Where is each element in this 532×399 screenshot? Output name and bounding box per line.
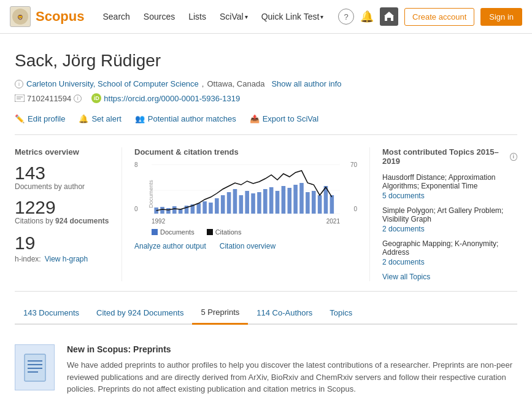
y-max-right: 70 xyxy=(350,161,357,168)
preprints-section: New in Scopus: Preprints We have added p… xyxy=(15,337,517,399)
chart-svg xyxy=(152,161,340,217)
author-id-number: 7102411594 xyxy=(27,94,71,103)
analyze-output-link[interactable]: Analyze author output xyxy=(134,242,206,250)
logo-text[interactable]: Scopus xyxy=(36,9,84,25)
institution-icon[interactable] xyxy=(380,7,398,26)
svg-rect-40 xyxy=(330,195,334,214)
svg-rect-30 xyxy=(269,187,274,214)
export-scival-button[interactable]: 📤 Export to SciVal xyxy=(250,114,319,123)
edit-profile-button[interactable]: ✏️ Edit profile xyxy=(15,114,65,123)
svg-rect-26 xyxy=(245,191,249,214)
nav-lists[interactable]: Lists xyxy=(188,12,206,21)
svg-rect-33 xyxy=(287,188,291,214)
people-icon: 👥 xyxy=(135,114,145,123)
view-h-graph-link[interactable]: View h-graph xyxy=(45,255,88,263)
chart-wrapper: 8 0 Documents 70 0 xyxy=(134,161,357,226)
preprints-para1: We have added preprints to author profil… xyxy=(67,359,517,395)
svg-rect-24 xyxy=(233,189,237,214)
view-all-topics-link[interactable]: View all Topics xyxy=(382,273,517,281)
logo-icon[interactable]: 🦁 xyxy=(10,6,31,27)
info-circle-icon: i xyxy=(15,80,23,88)
tab-documents[interactable]: 143 Documents xyxy=(15,302,88,323)
orcid-logo-icon: iD xyxy=(91,93,101,103)
set-alert-button[interactable]: 🔔 Set alert xyxy=(79,114,121,123)
metrics-row: Metrics overview 143 Documents by author… xyxy=(15,147,517,292)
citations-count: 1229 xyxy=(15,198,109,217)
tab-preprints[interactable]: 5 Preprints xyxy=(192,301,248,325)
topic-count-1[interactable]: 2 documents xyxy=(382,225,425,233)
y-max-left: 8 xyxy=(134,161,138,168)
legend-documents: Documents xyxy=(152,228,195,236)
y-axis-label-left: Documents xyxy=(148,180,154,208)
author-id-item: 7102411594 i xyxy=(15,94,82,103)
svg-rect-36 xyxy=(306,192,310,214)
preprints-icon-box xyxy=(15,344,55,390)
topic-count-0[interactable]: 5 documents xyxy=(382,192,425,200)
author-name: Sack, Jörg Rüdiger xyxy=(15,51,517,71)
h-index-label-row: h-index: View h-graph xyxy=(15,255,109,263)
nav-search[interactable]: Search xyxy=(102,12,129,21)
svg-rect-28 xyxy=(257,192,261,214)
sign-in-button[interactable]: Sign in xyxy=(480,8,522,26)
show-all-info-link[interactable]: Show all author info xyxy=(271,79,341,88)
chart-links: Analyze author output Citation overview xyxy=(134,242,357,250)
main-content: Sack, Jörg Rüdiger i Carleton University… xyxy=(0,34,532,399)
svg-rect-20 xyxy=(209,203,213,214)
documents-label: Documents by author xyxy=(15,182,109,191)
documents-count: 143 xyxy=(15,164,109,182)
svg-rect-18 xyxy=(196,203,201,214)
potential-matches-button[interactable]: 👥 Potential author matches xyxy=(135,114,236,123)
logo-area: 🦁 Scopus xyxy=(10,6,84,27)
author-ids: 7102411594 i iD https://orcid.org/0000-0… xyxy=(15,93,517,103)
y-min-right: 0 xyxy=(353,206,357,212)
svg-rect-27 xyxy=(251,193,255,214)
topic-text-2: Geographic Mapping; K-Anonymity; Address xyxy=(382,239,517,257)
chart-area: Document & citation trends 8 0 Documents… xyxy=(122,147,370,281)
nav-quick-link[interactable]: Quick Link Test ▾ xyxy=(261,12,324,21)
svg-text:🦁: 🦁 xyxy=(17,14,23,20)
x-start-label: 1992 xyxy=(152,218,165,225)
tab-coauthors[interactable]: 114 Co-Authors xyxy=(248,302,321,323)
quick-link-arrow-icon: ▾ xyxy=(320,14,323,20)
topic-entry-1: Simple Polygon; Art Gallery Problem; Vis… xyxy=(382,206,517,233)
tab-topics[interactable]: Topics xyxy=(321,302,361,323)
topics-title: Most contributed Topics 2015–2019 i xyxy=(382,147,517,166)
svg-rect-38 xyxy=(318,195,322,214)
create-account-button[interactable]: Create account xyxy=(404,8,474,26)
location-text: , xyxy=(202,79,204,88)
topic-count-2[interactable]: 2 documents xyxy=(382,258,425,266)
svg-rect-34 xyxy=(293,185,298,214)
x-end-label: 2021 xyxy=(326,218,340,225)
svg-rect-4 xyxy=(387,18,391,21)
topic-entry-0: Hausdorff Distance; Approximation Algori… xyxy=(382,173,517,200)
author-id-info-icon[interactable]: i xyxy=(74,95,82,103)
orcid-link[interactable]: https://orcid.org/0000-0001-5936-1319 xyxy=(104,94,240,103)
topics-area: Most contributed Topics 2015–2019 i Haus… xyxy=(370,147,517,281)
preprints-content: New in Scopus: Preprints We have added p… xyxy=(67,344,517,399)
svg-rect-12 xyxy=(160,207,164,214)
topics-info-icon[interactable]: i xyxy=(510,153,517,161)
citation-overview-link[interactable]: Citation overview xyxy=(220,242,276,250)
chart-title: Document & citation trends xyxy=(134,147,357,157)
svg-rect-25 xyxy=(239,195,244,214)
main-nav: Search Sources Lists SciVal ▾ Quick Link… xyxy=(102,12,338,21)
svg-rect-19 xyxy=(202,201,207,214)
svg-rect-29 xyxy=(263,189,268,214)
svg-rect-31 xyxy=(276,191,280,214)
nav-scival[interactable]: SciVal ▾ xyxy=(220,12,248,21)
y-min-left: 0 xyxy=(134,206,138,212)
svg-rect-14 xyxy=(172,206,177,214)
help-icon[interactable]: ? xyxy=(338,9,354,25)
h-index-row: 19 xyxy=(15,233,109,254)
document-lines-icon xyxy=(23,353,47,382)
svg-rect-32 xyxy=(282,186,286,214)
svg-rect-35 xyxy=(299,183,304,214)
legend-citations: Citations xyxy=(207,228,242,236)
topic-text-0: Hausdorff Distance; Approximation Algori… xyxy=(382,173,517,190)
nav-sources[interactable]: Sources xyxy=(144,12,175,21)
bell-icon[interactable]: 🔔 xyxy=(360,10,374,23)
edit-icon: ✏️ xyxy=(15,114,25,123)
chart-legend: Documents Citations xyxy=(134,228,357,236)
affiliation-link[interactable]: Carleton University, School of Computer … xyxy=(26,79,199,88)
tab-cited-by[interactable]: Cited by 924 Documents xyxy=(88,302,192,323)
